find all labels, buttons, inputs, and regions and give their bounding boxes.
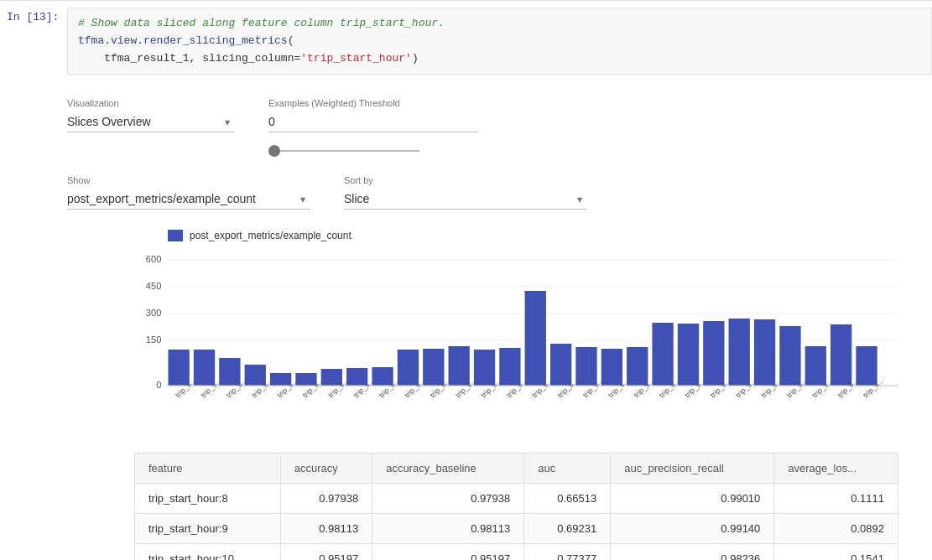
svg-text:600: 600 (146, 254, 162, 264)
visualization-control: Visualization Slices Overview Metrics Hi… (67, 98, 235, 132)
code-string: 'trip_start_hour' (300, 52, 412, 65)
threshold-control: Examples (Weighted) Threshold (268, 98, 478, 158)
cell-feature: trip_start_hour:9 (135, 514, 281, 544)
svg-rect-37 (856, 346, 877, 386)
threshold-input[interactable] (268, 111, 478, 132)
svg-rect-28 (627, 347, 648, 386)
svg-rect-36 (830, 324, 851, 386)
col-feature: feature (135, 454, 281, 484)
col-auc-precision-recall: auc_precision_recall (611, 454, 774, 484)
code-block: # Show data sliced along feature column … (67, 8, 932, 75)
chart-legend: post_export_metrics/example_count (168, 230, 898, 241)
show-select[interactable]: post_export_metrics/example_count accura… (67, 189, 310, 210)
cell-value: 0.95197 (372, 544, 524, 560)
svg-rect-24 (525, 291, 546, 386)
svg-rect-25 (550, 344, 571, 386)
svg-rect-31 (703, 321, 724, 386)
svg-rect-35 (805, 346, 826, 386)
svg-rect-26 (575, 347, 596, 386)
cell-value: 0.69231 (524, 514, 611, 544)
chart-area: post_export_metrics/example_count 600 45… (134, 230, 898, 439)
sort-select-wrapper[interactable]: Slice Ascending Descending ▾ (344, 189, 587, 210)
controls-row-1: Visualization Slices Overview Metrics Hi… (67, 98, 932, 158)
col-accuracy-baseline: accuracy_baseline (372, 454, 524, 484)
sort-select[interactable]: Slice Ascending Descending (344, 189, 587, 210)
cell-value: 0.97938 (280, 484, 372, 514)
show-control: Show post_export_metrics/example_count a… (67, 175, 310, 210)
code-line-3: tfma_result_1, slicing_column='trip_star… (78, 50, 921, 68)
cell-value: 0.1111 (774, 484, 898, 514)
cell-value: 0.99010 (611, 484, 774, 514)
cell-value: 0.99140 (611, 514, 774, 544)
svg-rect-33 (754, 319, 775, 386)
code-comment: # Show data sliced along feature column … (78, 17, 445, 29)
svg-rect-21 (449, 346, 470, 386)
visualization-select-wrapper[interactable]: Slices Overview Metrics Histogram ▾ (67, 111, 235, 132)
table-row: trip_start_hour:100.951970.951970.773770… (135, 544, 898, 560)
svg-text:0: 0 (156, 380, 161, 390)
sort-control: Sort by Slice Ascending Descending ▾ (344, 175, 587, 210)
slider-container (268, 136, 478, 158)
svg-rect-34 (779, 326, 800, 386)
table-row: trip_start_hour:90.981130.981130.692310.… (135, 514, 898, 544)
cell-value: 0.97938 (372, 484, 524, 514)
cell-feature: trip_start_hour:10 (135, 544, 281, 560)
legend-color-box (168, 230, 183, 241)
cell-value: 0.98113 (372, 514, 524, 544)
visualization-label: Visualization (67, 98, 235, 108)
cell-value: 0.66513 (524, 484, 611, 514)
bar-chart: 600 450 300 150 0 (134, 251, 898, 419)
table-body: trip_start_hour:80.979380.979380.665130.… (135, 484, 898, 560)
legend-label: post_export_metrics/example_count (190, 230, 351, 241)
cell-value: 0.0892 (774, 514, 898, 544)
table-row: trip_start_hour:80.979380.979380.665130.… (135, 484, 898, 514)
data-table-wrapper: feature accuracy accuracy_baseline auc a… (134, 453, 898, 560)
cell-value: 0.77377 (524, 544, 611, 560)
sort-label: Sort by (344, 175, 587, 185)
table-header: feature accuracy accuracy_baseline auc a… (135, 454, 898, 484)
svg-text:300: 300 (146, 308, 162, 318)
cell-value: 0.98113 (280, 514, 372, 544)
svg-rect-32 (729, 319, 750, 386)
cell-label: In [13]: (0, 8, 67, 27)
show-label: Show (67, 175, 310, 185)
svg-text:150: 150 (146, 334, 162, 345)
data-table: feature accuracy accuracy_baseline auc a… (134, 453, 898, 560)
visualization-select[interactable]: Slices Overview Metrics Histogram (67, 111, 235, 132)
col-auc: auc (524, 454, 611, 484)
cell-value: 0.98236 (611, 544, 774, 560)
controls-row-2: Show post_export_metrics/example_count a… (67, 175, 932, 210)
svg-rect-30 (678, 324, 699, 386)
svg-rect-29 (652, 323, 673, 386)
header-row: feature accuracy accuracy_baseline auc a… (135, 454, 898, 484)
code-line-2: tfma.view.render_slicing_metrics( (78, 33, 921, 50)
col-accuracy: accuracy (280, 454, 372, 484)
cell-value: 0.1541 (774, 544, 898, 560)
cell-value: 0.95197 (280, 544, 372, 560)
show-select-wrapper[interactable]: post_export_metrics/example_count accura… (67, 189, 310, 210)
cell-feature: trip_start_hour:8 (135, 484, 281, 514)
notebook-cell: In [13]: # Show data sliced along featur… (0, 0, 932, 560)
widget-area: Visualization Slices Overview Metrics Hi… (0, 81, 932, 560)
col-average-loss: average_los... (774, 454, 898, 484)
threshold-label: Examples (Weighted) Threshold (268, 98, 478, 108)
code-function: tfma.view.render_slicing_metrics (78, 34, 288, 47)
svg-text:450: 450 (146, 281, 162, 291)
code-cell: In [13]: # Show data sliced along featur… (0, 0, 932, 81)
threshold-slider[interactable] (268, 150, 419, 152)
code-line-1: # Show data sliced along feature column … (78, 15, 921, 33)
